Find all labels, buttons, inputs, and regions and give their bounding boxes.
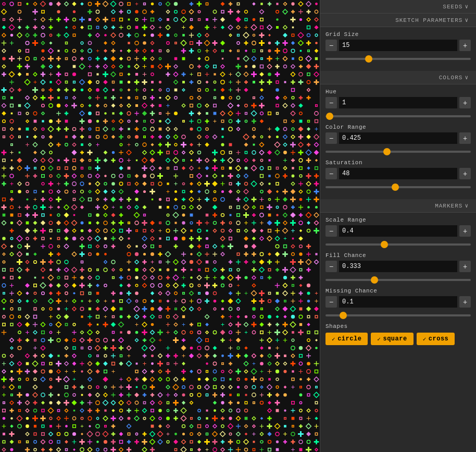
color-range-input[interactable] [339,132,457,144]
shapes-row: ✓ circle ✓ square ✓ cross [325,333,471,345]
sketch-params-header[interactable]: SKETCH PARAMETERS ∨ [320,14,476,27]
missing-chance-input[interactable] [339,296,457,308]
scale-range-label: Scale Range [325,217,471,223]
hue-label: Hue [325,89,471,95]
grid-size-slider[interactable] [325,58,471,60]
canvas-area [0,0,320,452]
seeds-label: SEEDS [443,4,462,10]
sketch-params-label: SKETCH PARAMETERS [395,17,462,23]
scale-range-input[interactable] [339,225,457,237]
hue-plus-button[interactable]: + [459,97,471,108]
color-range-control: Color Range − + [325,124,471,153]
seeds-section-header[interactable]: SEEDS ∨ [320,0,476,14]
square-label: square [383,335,407,343]
colors-section-header[interactable]: COLORS ∨ [320,71,476,84]
color-range-plus-button[interactable]: + [459,132,471,144]
color-range-label: Color Range [325,124,471,130]
circle-label: circle [337,335,361,343]
grid-size-input[interactable] [339,40,457,51]
hue-minus-button[interactable]: − [325,97,337,108]
color-range-slider-container [325,146,471,153]
missing-chance-slider-container [325,310,471,317]
hue-control: Hue − + [325,89,471,118]
fill-chance-control: Fill Chance − + [325,252,471,282]
saturation-label: Saturation [325,160,471,166]
fill-chance-minus-button[interactable]: − [325,261,337,272]
missing-chance-minus-button[interactable]: − [325,296,337,308]
cross-checkmark: ✓ [423,336,427,343]
hue-input[interactable] [339,97,457,108]
grid-size-plus-button[interactable]: + [459,40,471,51]
saturation-slider-container [325,181,471,189]
hue-slider[interactable] [325,115,471,117]
shapes-control: Shapes ✓ circle ✓ square ✓ cross [325,323,471,345]
circle-shape-button[interactable]: ✓ circle [325,333,368,345]
missing-chance-label: Missing Chance [325,288,471,294]
grid-size-control: Grid Size − + [325,31,471,60]
saturation-control: Saturation − + [325,160,471,189]
scale-range-slider-container [325,239,471,246]
grid-size-minus-button[interactable]: − [325,40,337,51]
square-checkmark: ✓ [377,336,381,343]
sketch-params-chevron: ∨ [465,17,469,23]
seeds-chevron: ∨ [465,3,469,10]
fill-chance-input[interactable] [339,261,457,272]
colors-chevron: ∨ [465,74,469,81]
fill-chance-label: Fill Chance [325,252,471,259]
circle-checkmark: ✓ [332,336,335,343]
grid-size-slider-container [325,53,471,60]
saturation-minus-button[interactable]: − [325,168,337,179]
markers-label: MARKERS [435,203,462,209]
saturation-input[interactable] [339,168,457,179]
scale-range-control: Scale Range − + [325,217,471,246]
scale-range-slider[interactable] [325,243,471,246]
fill-chance-slider-container [325,274,471,282]
scale-range-plus-button[interactable]: + [459,225,471,237]
fill-chance-plus-button[interactable]: + [459,261,471,272]
fill-chance-slider[interactable] [325,279,471,281]
missing-chance-plus-button[interactable]: + [459,296,471,308]
markers-chevron: ∨ [465,202,469,209]
saturation-slider[interactable] [325,186,471,188]
grid-size-label: Grid Size [325,31,471,38]
color-range-minus-button[interactable]: − [325,132,337,144]
color-range-slider[interactable] [325,151,471,153]
shapes-label: Shapes [325,323,471,329]
missing-chance-control: Missing Chance − + [325,288,471,317]
cross-label: cross [429,335,449,343]
right-panel: SEEDS ∨ SKETCH PARAMETERS ∨ Grid Size − … [320,0,476,452]
markers-section-header[interactable]: MARKERS ∨ [320,199,476,213]
colors-label: COLORS [439,75,463,81]
missing-chance-slider[interactable] [325,314,471,316]
cross-shape-button[interactable]: ✓ cross [417,333,455,345]
square-shape-button[interactable]: ✓ square [371,333,413,345]
saturation-plus-button[interactable]: + [459,168,471,179]
hue-slider-container [325,111,471,118]
scale-range-minus-button[interactable]: − [325,225,337,237]
